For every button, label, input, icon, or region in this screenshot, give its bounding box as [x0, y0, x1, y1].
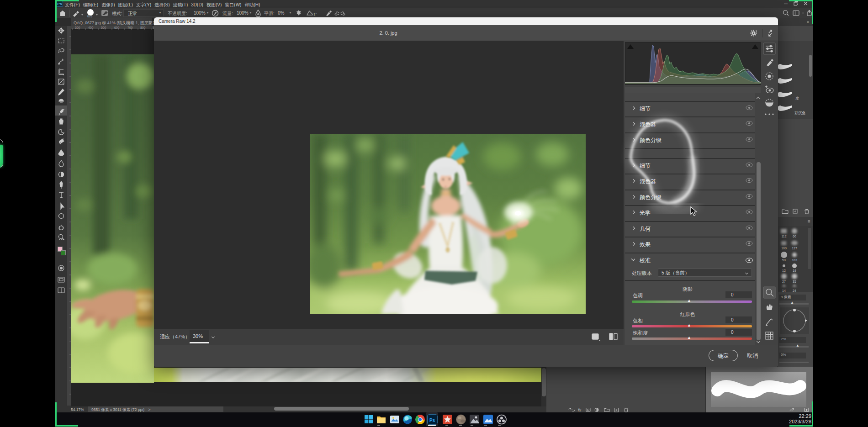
svg-text:度: 度: [795, 96, 799, 100]
svg-text:Ps: Ps: [429, 418, 435, 423]
svg-text:400: 400: [88, 26, 94, 29]
svg-text:127: 127: [792, 247, 797, 250]
svg-text:700: 700: [127, 26, 133, 29]
svg-text:27: 27: [782, 280, 786, 283]
svg-text:14: 14: [782, 289, 786, 292]
svg-text:112: 112: [781, 235, 786, 238]
svg-text:fx: fx: [578, 408, 582, 412]
svg-text:12: 12: [782, 269, 786, 272]
svg-text:625: 625: [87, 15, 92, 18]
svg-text:600: 600: [114, 26, 120, 29]
svg-text:35: 35: [793, 280, 796, 283]
svg-text:183: 183: [792, 258, 797, 262]
svg-text:300: 300: [75, 26, 80, 29]
svg-text:彩沉叠: 彩沉叠: [794, 111, 805, 115]
svg-text:24: 24: [793, 289, 796, 292]
svg-text:1°: 1°: [313, 12, 317, 16]
svg-text:19: 19: [793, 269, 796, 272]
svg-text:500: 500: [101, 26, 106, 29]
svg-text:60: 60: [793, 235, 796, 238]
svg-text:800: 800: [140, 26, 146, 29]
svg-text:50: 50: [782, 258, 786, 262]
svg-text:100: 100: [781, 247, 787, 250]
